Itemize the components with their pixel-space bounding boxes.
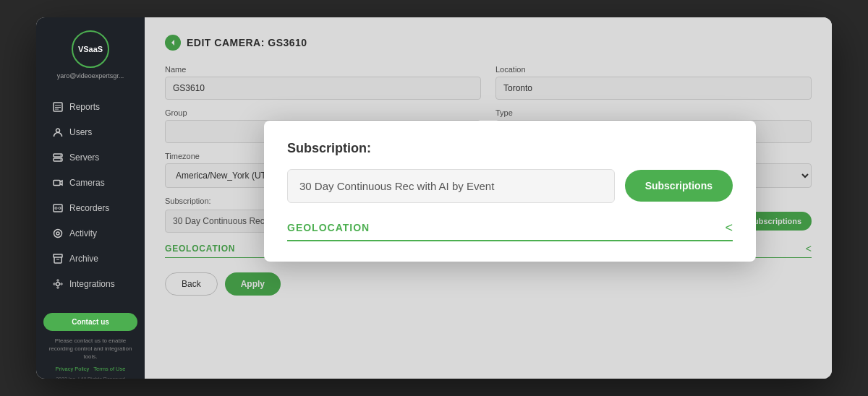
sidebar-item-servers[interactable]: Servers [41, 145, 140, 170]
server-icon [52, 152, 64, 163]
user-icon [52, 126, 64, 138]
sidebar-bottom: Contact us Please contact us to enable r… [36, 304, 145, 379]
sidebar-item-label: Archive [69, 254, 98, 264]
sidebar-item-cameras[interactable]: Cameras [41, 171, 140, 195]
sidebar-copyright: 2022 Inc. | All Rights Reserved [43, 376, 137, 379]
modal-geolocation-toggle: < [725, 220, 733, 236]
svg-point-14 [56, 232, 59, 235]
svg-point-7 [60, 155, 61, 156]
svg-point-4 [56, 129, 60, 132]
report-icon [52, 101, 64, 113]
svg-point-13 [54, 230, 62, 238]
modal-geolocation-header[interactable]: GEOLOCATION < [287, 220, 733, 241]
svg-point-8 [60, 159, 61, 160]
sidebar-item-label: Reports [69, 102, 100, 112]
sidebar-item-archive[interactable]: Archive [41, 246, 140, 271]
sidebar-item-label: Recorders [69, 203, 109, 213]
contact-button[interactable]: Contact us [43, 313, 137, 331]
app-window: VSaaS yaro@videoexpertsgr... Reports [36, 17, 832, 379]
sidebar-item-users[interactable]: Users [41, 120, 140, 145]
sidebar: VSaaS yaro@videoexpertsgr... Reports [36, 17, 145, 379]
sidebar-item-label: Cameras [69, 178, 105, 188]
privacy-policy-link[interactable]: Privacy Policy [56, 366, 90, 372]
archive-icon [52, 253, 64, 264]
modal-subscriptions-button[interactable]: Subscriptions [625, 170, 733, 202]
modal-subscription-input [287, 169, 615, 203]
svg-point-18 [57, 280, 59, 281]
modal-overlay: Subscription: Subscriptions GEOLOCATION … [145, 17, 832, 379]
modal-title: Subscription: [287, 141, 733, 156]
svg-point-20 [54, 283, 55, 285]
svg-point-12 [59, 207, 61, 210]
recorder-icon [52, 202, 64, 214]
modal-geolocation-title: GEOLOCATION [287, 222, 370, 233]
svg-point-11 [55, 207, 57, 210]
sidebar-item-integrations[interactable]: Integrations [41, 272, 140, 296]
sidebar-item-reports[interactable]: Reports [41, 95, 140, 119]
main-content: EDIT CAMERA: GS3610 Name Location Group … [145, 17, 832, 379]
sidebar-item-label: Integrations [69, 279, 115, 289]
svg-point-17 [56, 283, 60, 286]
logo-circle: VSaaS [72, 30, 109, 68]
sidebar-item-label: Servers [69, 152, 99, 163]
svg-point-21 [61, 283, 62, 285]
sidebar-item-label: Activity [69, 228, 97, 238]
sidebar-footer-text: Please contact us to enable recording co… [43, 337, 137, 361]
sidebar-nav: Reports Users [36, 87, 145, 304]
svg-rect-15 [54, 254, 62, 257]
svg-rect-9 [54, 181, 60, 186]
sidebar-item-recorders[interactable]: Recorders [41, 196, 140, 220]
terms-of-use-link[interactable]: Terms of Use [93, 366, 125, 372]
activity-icon [52, 228, 64, 239]
integrations-icon [52, 278, 64, 290]
camera-icon [52, 177, 64, 189]
modal-subscription-row: Subscriptions [287, 169, 733, 203]
svg-point-19 [57, 287, 59, 288]
sidebar-links: Privacy Policy Terms of Use [43, 366, 137, 372]
sidebar-item-activity[interactable]: Activity [41, 221, 140, 246]
sidebar-username: yaro@videoexpertsgr... [57, 72, 124, 79]
sidebar-logo: VSaaS yaro@videoexpertsgr... [36, 17, 145, 87]
subscription-modal: Subscription: Subscriptions GEOLOCATION … [264, 121, 756, 262]
sidebar-item-label: Users [69, 127, 92, 137]
